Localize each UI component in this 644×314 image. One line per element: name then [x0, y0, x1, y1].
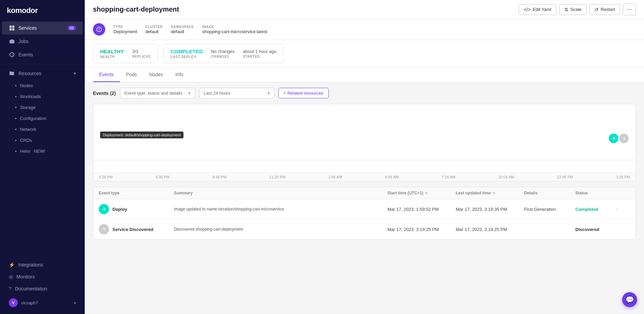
th-start-time[interactable]: Start time (UTC+1) ⇅ — [387, 191, 456, 195]
svg-rect-1 — [12, 26, 14, 28]
sidebar-item-network[interactable]: ▪ Network — [2, 124, 83, 135]
timeline-event-deploy[interactable] — [609, 134, 618, 143]
table-row[interactable]: Service Discovered Discovered shopping-c… — [93, 219, 635, 239]
sidebar-item-configuration-label: Configuration — [20, 116, 46, 121]
event-type-filter[interactable]: Event type, status and details ▾ — [120, 88, 195, 98]
last-updated-deploy: Mar 17, 2023, 3:19:35 PM — [456, 207, 524, 212]
started-group: about 1 hour ago STARTED — [243, 49, 276, 58]
time-8: 12:46 PM — [557, 175, 573, 179]
code-icon: </> — [524, 7, 531, 12]
timeline-event-discovered[interactable] — [619, 134, 629, 143]
sidebar-item-jobs-label: Jobs — [18, 39, 29, 44]
sidebar-item-helm[interactable]: ▪ Helm NEW! — [2, 146, 83, 156]
avatar: V — [9, 298, 18, 307]
page-title: shopping-cart-deployment — [93, 5, 179, 13]
deploy-status-value: COMPLETED — [170, 49, 203, 54]
topbar: shopping-cart-deployment </> Edit Yaml ⇅… — [85, 0, 644, 19]
time-7: 10:06 AM — [498, 175, 514, 179]
user-menu[interactable]: V vicraph7 ▾ — [2, 295, 83, 311]
replicas-label: REPLICAS — [132, 55, 151, 58]
sidebar-item-monitors[interactable]: ◎ Monitors — [2, 271, 83, 283]
time-filter-label: Last 24 hours — [204, 91, 231, 96]
filter-chevron-icon: ▾ — [188, 91, 191, 96]
tab-pods[interactable]: Pods — [120, 68, 143, 82]
sidebar-item-nodes-label: Nodes — [20, 83, 33, 88]
th-event-type: Event type — [99, 191, 174, 195]
restart-button[interactable]: ↺ Restart — [589, 4, 620, 15]
sidebar-item-services-label: Services — [18, 25, 37, 31]
more-options-button[interactable]: ⋯ — [623, 3, 636, 15]
helm-icon: ▪ — [15, 149, 17, 154]
sidebar-item-network-label: Network — [20, 127, 37, 132]
clock-icon — [9, 52, 15, 58]
tabs-bar: Events Pods Nodes Info — [85, 68, 644, 82]
row-chevron-icon: › — [616, 206, 618, 212]
edit-yaml-button[interactable]: </> Edit Yaml — [519, 4, 557, 15]
table-header: Event type Summary Start time (UTC+1) ⇅ … — [93, 187, 635, 199]
deploy-status-label: LAST DEPLOY — [170, 55, 203, 59]
meta-type: TYPE Deployment — [113, 25, 137, 34]
sidebar-item-resources[interactable]: Resources ▾ — [2, 67, 83, 80]
status-cards: HEALTHY HEALTH 3/3 REPLICAS COMPLETED LA… — [85, 40, 644, 68]
sidebar: komodor Services 88 Jobs — [0, 0, 85, 314]
tab-nodes[interactable]: Nodes — [143, 68, 169, 82]
sidebar-item-events[interactable]: Events — [2, 48, 83, 61]
last-updated-sort-icon: ⇅ — [492, 191, 495, 195]
started-label: STARTED — [243, 55, 276, 58]
sidebar-item-jobs[interactable]: Jobs — [2, 35, 83, 48]
sidebar-nav: Services 88 Jobs Events — [0, 21, 85, 255]
th-status: Status — [575, 191, 616, 195]
sidebar-bottom: ⚡ Integrations ◎ Monitors ? Documentatio… — [0, 255, 85, 314]
time-1: 6:06 PM — [155, 175, 169, 179]
table-row[interactable]: Deploy image updated to name:vicradon/sh… — [93, 199, 635, 219]
health-value: HEALTHY — [100, 49, 124, 54]
tab-info[interactable]: Info — [169, 68, 189, 82]
user-chevron-icon: ▾ — [74, 301, 76, 305]
start-time-sort-icon: ⇅ — [425, 191, 427, 195]
sidebar-item-crds[interactable]: ▪ CRDs — [2, 135, 83, 146]
time-5: 4:46 AM — [385, 175, 399, 179]
time-2: 8:46 PM — [213, 175, 227, 179]
row-chevron-deploy[interactable]: › — [616, 206, 630, 212]
time-filter-chevron-icon: ▾ — [268, 91, 270, 96]
time-4: 2:06 AM — [328, 175, 342, 179]
storage-icon: ▪ — [15, 105, 17, 110]
topbar-actions: </> Edit Yaml ⇅ Scale ↺ Restart ⋯ — [519, 3, 636, 15]
sidebar-item-workloads-label: Workloads — [20, 94, 41, 99]
chat-icon: 💬 — [626, 296, 634, 304]
health-card: HEALTHY HEALTH 3/3 REPLICAS — [93, 44, 158, 63]
sidebar-item-integrations[interactable]: ⚡ Integrations — [2, 259, 83, 271]
sidebar-item-documentation[interactable]: ? Documentation — [2, 283, 83, 295]
workloads-icon: ▪ — [15, 94, 17, 99]
tab-events[interactable]: Events — [93, 68, 120, 82]
more-icon: ⋯ — [627, 6, 632, 13]
summary-deploy: image updated to name:vicradon/shopping-… — [174, 206, 387, 212]
th-details: Details — [524, 191, 575, 195]
status-deploy: Completed — [575, 207, 616, 212]
time-3: 11:26 PM — [269, 175, 285, 179]
main-content: shopping-cart-deployment </> Edit Yaml ⇅… — [85, 0, 644, 314]
documentation-icon: ? — [9, 286, 12, 291]
resources-label: Resources — [18, 71, 41, 76]
deployment-icon — [93, 23, 105, 36]
sidebar-item-nodes[interactable]: ▪ Nodes — [2, 80, 83, 91]
replicas-value: 3/3 — [132, 49, 151, 54]
crds-icon: ▪ — [15, 138, 17, 143]
time-filter[interactable]: Last 24 hours ▾ — [199, 88, 274, 98]
scale-button[interactable]: ⇅ Scale — [559, 4, 587, 15]
svg-rect-0 — [10, 26, 12, 28]
event-type-discovered-label: Service Discovered — [112, 227, 153, 232]
sidebar-item-configuration[interactable]: ▪ Configuration — [2, 113, 83, 124]
sidebar-item-workloads[interactable]: ▪ Workloads — [2, 91, 83, 102]
sidebar-item-storage[interactable]: ▪ Storage — [2, 102, 83, 113]
sidebar-item-services[interactable]: Services 88 — [2, 22, 83, 35]
chat-button[interactable]: 💬 — [622, 292, 637, 307]
health-group: HEALTHY HEALTH — [100, 49, 124, 59]
timeline-line — [93, 160, 635, 160]
deploy-event-dot — [99, 204, 109, 214]
health-label: HEALTH — [100, 55, 124, 59]
timeline-times: 3:26 PM 6:06 PM 8:46 PM 11:26 PM 2:06 AM… — [93, 173, 635, 181]
th-last-updated[interactable]: Last updated time ⇅ — [456, 191, 524, 195]
event-type-cell-discovered: Service Discovered — [99, 224, 174, 234]
related-resources-button[interactable]: + Related resources — [278, 88, 329, 98]
